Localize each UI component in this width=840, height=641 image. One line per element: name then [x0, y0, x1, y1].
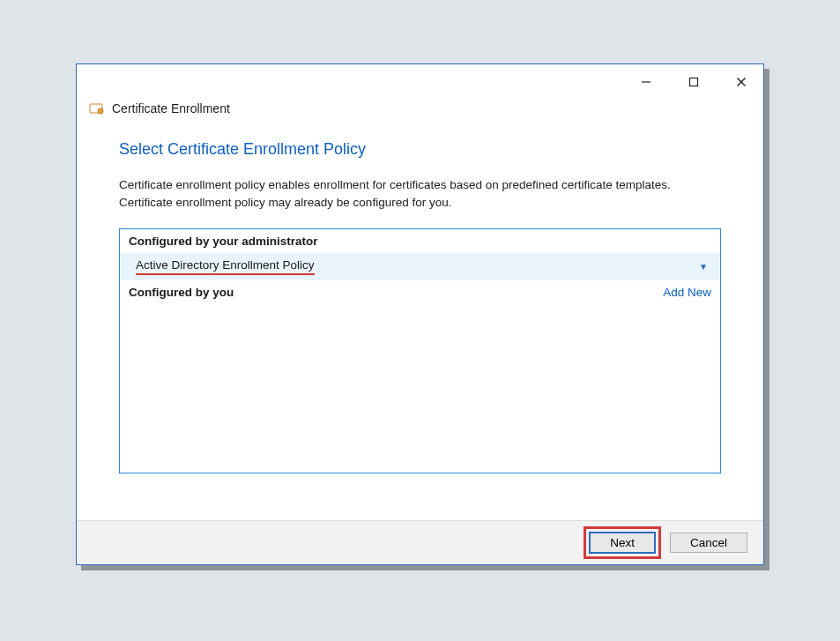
next-button[interactable]: Next: [589, 532, 656, 554]
content-area: Select Certificate Enrollment Policy Cer…: [77, 128, 763, 520]
window-title: Certificate Enrollment: [112, 101, 230, 116]
minimize-icon: [641, 77, 651, 87]
cancel-button[interactable]: Cancel: [670, 533, 747, 553]
page-description: Certificate enrollment policy enables en…: [119, 176, 721, 211]
policy-list: Configured by your administrator Active …: [119, 228, 721, 473]
admin-section-label: Configured by your administrator: [129, 235, 318, 248]
maximize-button[interactable]: [679, 71, 709, 93]
admin-section-header: Configured by your administrator: [120, 229, 720, 253]
minimize-button[interactable]: [631, 71, 661, 93]
close-icon: [736, 77, 747, 87]
policy-item-ad-enrollment[interactable]: Active Directory Enrollment Policy ▼: [120, 253, 720, 280]
user-section-header: Configured by you Add New: [120, 280, 720, 304]
footer: Next Cancel: [77, 520, 763, 564]
next-highlight: Next: [584, 526, 661, 559]
certificate-icon: [89, 101, 105, 116]
header: Certificate Enrollment: [77, 100, 763, 128]
titlebar: [77, 64, 763, 100]
page-title: Select Certificate Enrollment Policy: [119, 140, 721, 159]
svg-rect-1: [690, 78, 698, 86]
svg-point-5: [98, 108, 103, 114]
maximize-icon: [688, 77, 699, 87]
add-new-link[interactable]: Add New: [663, 286, 711, 299]
certificate-enrollment-window: Certificate Enrollment Select Certificat…: [76, 63, 764, 565]
chevron-down-icon: ▼: [699, 262, 708, 272]
policy-item-label: Active Directory Enrollment Policy: [136, 258, 315, 275]
user-section-label: Configured by you: [129, 286, 234, 299]
close-button[interactable]: [726, 71, 756, 93]
